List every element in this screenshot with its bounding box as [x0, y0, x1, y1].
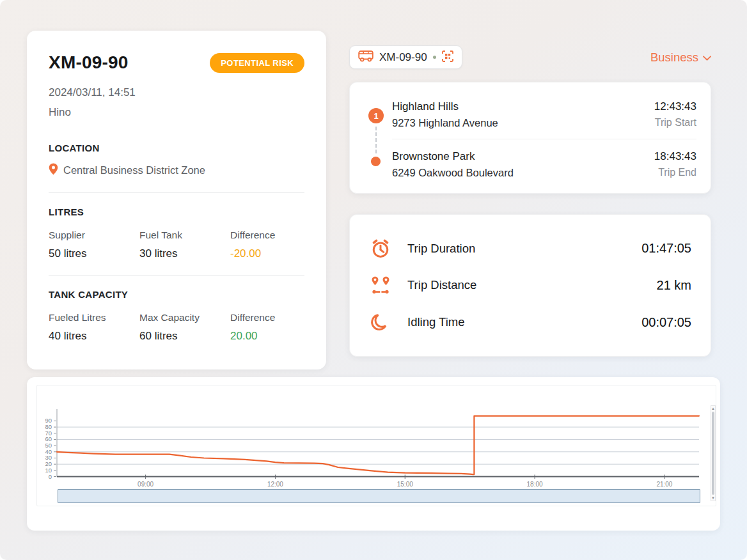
trip-end-marker-dot — [371, 157, 381, 166]
tank-capacity-heading: TANK CAPACITY — [49, 289, 304, 300]
chart-vertical-scrollbar[interactable]: ▲ ▼ — [711, 405, 716, 501]
trip-distance-value: 21 km — [657, 278, 691, 293]
svg-text:15:00: 15:00 — [397, 481, 413, 488]
vehicle-plate-title: XM-09-90 — [49, 52, 129, 73]
fuel-level-line-chart: 010203040506070809009:0012:0015:0018:002… — [27, 377, 720, 531]
chart-range-selector[interactable] — [58, 489, 700, 503]
vehicle-make: Hino — [49, 106, 304, 119]
vehicle-detail-card: XM-09-90 POTENTIAL RISK 2024/03/11, 14:5… — [27, 31, 326, 369]
svg-text:0: 0 — [49, 473, 52, 480]
scrollbar-up-arrow[interactable]: ▲ — [711, 406, 715, 411]
trip-distance-label: Trip Distance — [407, 278, 476, 292]
section-divider — [49, 275, 304, 276]
trip-distance-row: Trip Distance 21 km — [369, 274, 691, 297]
vehicle-chip-label: XM-09-90 — [379, 51, 427, 64]
litres-col-label: Supplier — [49, 229, 139, 241]
trip-summary-card: 1 Highland Hills 9273 Highland Avenue 12… — [349, 82, 711, 194]
tank-difference-value: 20.00 — [230, 330, 304, 343]
litres-col-value: 30 litres — [139, 247, 230, 260]
trip-start-caption: Trip Start — [655, 117, 696, 128]
trip-path-dashed-line — [375, 127, 377, 153]
svg-text:80: 80 — [45, 423, 52, 430]
trip-duration-label: Trip Duration — [407, 242, 475, 256]
tank-col-label: Fueled Litres — [49, 312, 139, 323]
trip-end-caption: Trip End — [658, 167, 696, 178]
trip-end-time: 18:43:43 — [654, 150, 696, 163]
litres-col-label: Difference — [230, 229, 304, 241]
stopwatch-icon — [369, 237, 392, 260]
trip-start-marker: 1 — [368, 108, 384, 123]
trip-start-name: Highland Hills — [392, 100, 459, 113]
trip-start-time: 12:43:43 — [654, 100, 696, 113]
tank-col-value: 40 litres — [49, 330, 139, 343]
svg-text:60: 60 — [45, 435, 52, 442]
svg-text:20: 20 — [45, 460, 52, 467]
trip-row-divider — [392, 139, 696, 139]
fuel-level-chart-card: 010203040506070809009:0012:0015:0018:002… — [27, 377, 720, 531]
svg-text:30: 30 — [45, 454, 52, 461]
fleet-dashboard-page: XM-09-90 POTENTIAL RISK 2024/03/11, 14:5… — [0, 0, 747, 560]
bus-icon — [358, 50, 374, 65]
route-icon — [369, 274, 392, 297]
svg-text:50: 50 — [45, 442, 52, 449]
svg-text:40: 40 — [45, 448, 52, 455]
location-heading: LOCATION — [49, 143, 304, 153]
trip-duration-row: Trip Duration 01:47:05 — [369, 237, 691, 260]
svg-text:21:00: 21:00 — [656, 481, 672, 488]
category-dropdown-label: Business — [650, 51, 698, 65]
chevron-down-icon — [703, 52, 711, 63]
trip-end-address: 6249 Oakwood Boulevard — [392, 167, 514, 179]
svg-text:12:00: 12:00 — [267, 481, 283, 488]
trip-start-address: 9273 Highland Avenue — [392, 117, 498, 129]
tank-col-label: Max Capacity — [139, 312, 230, 323]
trip-duration-value: 01:47:05 — [641, 241, 691, 256]
section-divider — [49, 192, 304, 193]
moon-icon — [369, 311, 392, 334]
vehicle-card-header: XM-09-90 POTENTIAL RISK — [49, 52, 304, 73]
svg-text:90: 90 — [45, 417, 52, 424]
scan-icon[interactable] — [442, 51, 453, 65]
scrollbar-thumb[interactable] — [712, 412, 714, 495]
svg-text:70: 70 — [45, 430, 52, 437]
trip-stats-card: Trip Duration 01:47:05 Trip Distance 21 … — [349, 214, 711, 357]
risk-status-badge: POTENTIAL RISK — [210, 53, 304, 73]
svg-text:10: 10 — [45, 467, 52, 474]
tank-col-label: Difference — [230, 312, 304, 323]
svg-text:09:00: 09:00 — [138, 481, 153, 488]
trip-end-name: Brownstone Park — [392, 150, 475, 163]
litres-col-label: Fuel Tank — [139, 229, 230, 241]
location-value: Central Business District Zone — [63, 164, 205, 176]
toolbar-row: XM-09-90 Business — [349, 45, 711, 69]
svg-text:18:00: 18:00 — [527, 481, 543, 488]
category-dropdown[interactable]: Business — [650, 51, 711, 65]
litres-col-value: 50 litres — [49, 247, 139, 260]
litres-heading: LITRES — [49, 206, 304, 217]
idling-time-row: Idling Time 00:07:05 — [369, 311, 691, 334]
scrollbar-down-arrow[interactable]: ▼ — [711, 495, 715, 501]
map-pin-icon — [49, 163, 58, 178]
idling-time-value: 00:07:05 — [641, 315, 691, 330]
status-dot — [433, 56, 436, 59]
vehicle-selector-chip[interactable]: XM-09-90 — [349, 45, 462, 69]
tank-col-value: 60 litres — [139, 330, 230, 343]
event-datetime: 2024/03/11, 14:51 — [49, 86, 304, 99]
idling-time-label: Idling Time — [407, 315, 464, 329]
litres-difference-value: -20.00 — [230, 247, 304, 260]
